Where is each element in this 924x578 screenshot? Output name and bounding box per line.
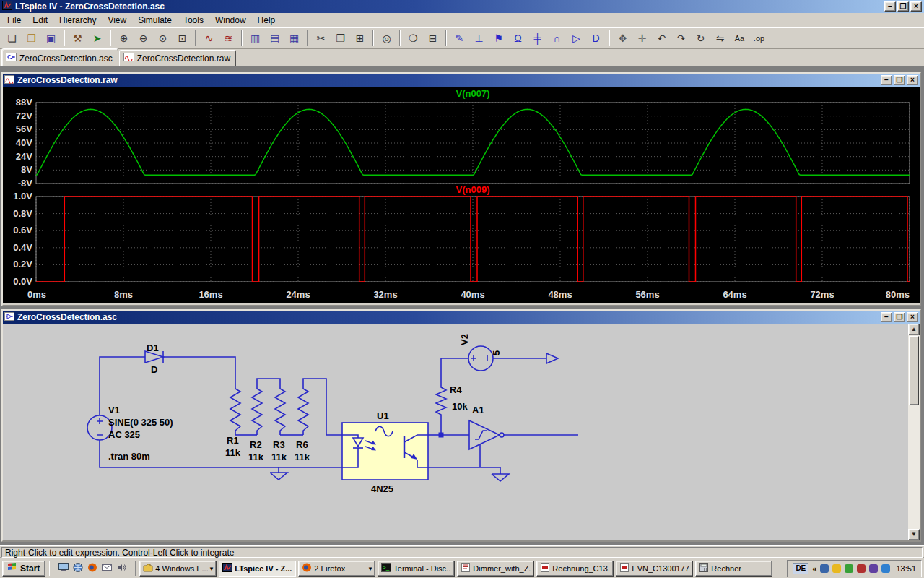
wave-close-button[interactable]: ×: [907, 75, 918, 85]
schem-close-button[interactable]: ×: [907, 312, 918, 322]
zoom-full-extents-icon[interactable]: ⊙: [154, 30, 172, 47]
v1-name-label[interactable]: V1: [108, 405, 120, 415]
print-preview-icon[interactable]: ❍: [404, 30, 422, 47]
restore-button[interactable]: ❐: [897, 1, 909, 12]
tab-zerocrossdetection.raw[interactable]: ZeroCrossDetection.raw: [119, 50, 236, 66]
place-component-icon[interactable]: D: [587, 30, 605, 47]
firefox-icon[interactable]: [87, 562, 98, 575]
draw-wire-icon[interactable]: ✎: [450, 30, 468, 47]
task-button-firefox[interactable]: 2 Firefox▾: [298, 561, 375, 577]
waveform-window-titlebar[interactable]: ZeroCrossDetection.raw − ❐ ×: [3, 74, 920, 87]
task-button-document[interactable]: Dimmer_with_Z...: [457, 561, 534, 577]
undo-icon[interactable]: ↶: [653, 30, 671, 47]
waveform-plot[interactable]: 88V72V56V40V24V8V-8VV(n007)1.0V0.8V0.6V0…: [3, 87, 920, 303]
v2-value-label[interactable]: 5: [491, 350, 502, 355]
tray-icon[interactable]: [881, 564, 890, 573]
drag-icon[interactable]: ✛: [633, 30, 651, 47]
mirror-icon[interactable]: ⇋: [711, 30, 729, 47]
scroll-up-icon[interactable]: ▲: [908, 324, 920, 335]
d1-name-label[interactable]: D1: [147, 342, 159, 353]
u1-value-label[interactable]: 4N25: [371, 483, 393, 494]
v2-name-label[interactable]: V2: [459, 334, 470, 345]
schematic-window-titlebar[interactable]: ZeroCrossDetection.asc − ❐ ×: [3, 311, 920, 324]
menu-help[interactable]: Help: [252, 14, 282, 27]
start-button[interactable]: Start: [2, 561, 45, 577]
open-file-icon[interactable]: ❐: [22, 30, 40, 47]
menu-file[interactable]: File: [1, 14, 27, 27]
rotate-icon[interactable]: ↻: [692, 30, 710, 47]
autorange-y-icon[interactable]: ∿: [200, 30, 218, 47]
menu-window[interactable]: Window: [209, 14, 252, 27]
print-icon[interactable]: ⊟: [424, 30, 442, 47]
tile-horizontally-icon[interactable]: ▤: [266, 30, 284, 47]
menu-view[interactable]: View: [102, 14, 132, 27]
r6-value-label[interactable]: 11k: [295, 452, 310, 462]
tran-directive-label[interactable]: .tran 80m: [108, 451, 150, 462]
schematic-vertical-scrollbar[interactable]: ▲ ▼: [908, 324, 920, 540]
a1-name-label[interactable]: A1: [472, 405, 484, 415]
redo-icon[interactable]: ↷: [672, 30, 690, 47]
place-inductor-icon[interactable]: ∩: [548, 30, 566, 47]
r3-name-label[interactable]: R3: [273, 439, 285, 450]
volume-icon[interactable]: [116, 562, 127, 575]
menu-tools[interactable]: Tools: [178, 14, 209, 27]
task-button-pdf[interactable]: EVN_C1300177...: [616, 561, 693, 577]
app-titlebar[interactable]: LTspice IV - ZeroCrossDetection.asc − ❐ …: [0, 0, 924, 13]
task-button-folder[interactable]: 4 Windows E...▾: [139, 561, 217, 577]
tray-collapse-icon[interactable]: «: [812, 564, 816, 573]
r4-name-label[interactable]: R4: [450, 384, 462, 395]
show-desktop-icon[interactable]: [58, 562, 69, 575]
zoom-fit-icon[interactable]: ⊡: [173, 30, 191, 47]
menu-hierarchy[interactable]: Hierarchy: [53, 14, 102, 27]
menu-simulate[interactable]: Simulate: [132, 14, 178, 27]
r3-value-label[interactable]: 11k: [271, 452, 287, 462]
wave-restore-button[interactable]: ❐: [894, 75, 905, 85]
r2-value-label[interactable]: 11k: [248, 452, 264, 462]
move-icon[interactable]: ✥: [614, 30, 632, 47]
copy-icon[interactable]: ❒: [331, 30, 349, 47]
save-icon[interactable]: ▣: [42, 30, 60, 47]
new-schematic-icon[interactable]: ❏: [3, 30, 21, 47]
task-button-terminal[interactable]: >_Terminal - Disc...: [378, 561, 455, 577]
mail-icon[interactable]: [101, 562, 113, 575]
r6-name-label[interactable]: R6: [296, 439, 308, 450]
r1-value-label[interactable]: 11k: [225, 447, 241, 458]
schem-restore-button[interactable]: ❐: [894, 312, 905, 322]
schem-minimize-button[interactable]: −: [881, 312, 892, 322]
v1-value-label[interactable]: SINE(0 325 50): [108, 417, 173, 428]
place-resistor-icon[interactable]: Ω: [509, 30, 527, 47]
scrollbar-thumb[interactable]: [909, 336, 919, 405]
schematic-canvas[interactable]: V1 SINE(0 325 50) AC 325 .tran 80m D1 D …: [3, 324, 908, 540]
task-button-ltspice[interactable]: LTspice IV - Z...: [219, 561, 296, 577]
place-ground-icon[interactable]: ⊥: [470, 30, 488, 47]
r1-name-label[interactable]: R1: [227, 435, 239, 446]
u1-name-label[interactable]: U1: [377, 410, 389, 421]
cut-icon[interactable]: ✂: [312, 30, 330, 47]
wave-minimize-button[interactable]: −: [881, 75, 892, 85]
control-panel-icon[interactable]: ⚒: [69, 30, 87, 47]
tab-zerocrossdetection.asc[interactable]: ZeroCrossDetection.asc: [1, 48, 118, 66]
tray-icon[interactable]: [820, 564, 829, 573]
close-button[interactable]: ×: [910, 1, 922, 12]
tray-icon[interactable]: [869, 564, 878, 573]
tray-icon[interactable]: [857, 564, 866, 573]
scroll-down-icon[interactable]: ▼: [908, 529, 920, 540]
run-icon[interactable]: ➤: [88, 30, 106, 47]
paste-icon[interactable]: ⊞: [351, 30, 369, 47]
spice-directive-icon[interactable]: .op: [750, 30, 768, 47]
task-button-pdf[interactable]: Rechnung_C13...: [536, 561, 614, 577]
add-trace-icon[interactable]: ≋: [219, 30, 237, 47]
r4-value-label[interactable]: 10k: [452, 401, 468, 412]
r2-name-label[interactable]: R2: [250, 439, 262, 450]
web-browser-icon[interactable]: [72, 562, 84, 575]
place-diode-icon[interactable]: ▷: [567, 30, 585, 47]
task-button-calculator[interactable]: Rechner: [695, 561, 772, 577]
place-capacitor-icon[interactable]: ╪: [528, 30, 546, 47]
find-icon[interactable]: ◎: [378, 30, 396, 47]
language-indicator[interactable]: DE: [793, 563, 808, 574]
minimize-button[interactable]: −: [884, 1, 896, 12]
d1-value-label[interactable]: D: [151, 364, 157, 375]
menu-edit[interactable]: Edit: [27, 14, 53, 27]
cascade-windows-icon[interactable]: ▦: [285, 30, 303, 47]
place-label-icon[interactable]: ⚑: [489, 30, 507, 47]
